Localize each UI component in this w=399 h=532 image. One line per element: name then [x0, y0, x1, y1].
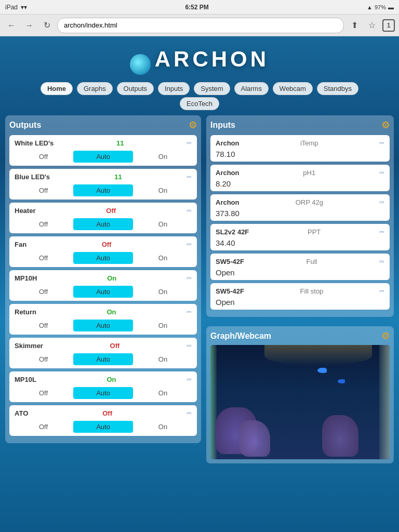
outputs-title: Outputs ⚙ — [9, 119, 197, 131]
ctrl-on[interactable]: On — [133, 184, 193, 196]
nav-area: Home Graphs Outputs Inputs System Alarms… — [5, 81, 394, 111]
status-left: iPad ▾▾ — [5, 4, 27, 11]
output-fan: Fan Off ⎓ Off Auto On — [9, 236, 197, 267]
ctrl-auto[interactable]: Auto — [73, 286, 133, 298]
output-settings-icon[interactable]: ⎓ — [187, 307, 192, 316]
ctrl-on[interactable]: On — [133, 320, 193, 331]
input-settings-icon[interactable]: ⎓ — [379, 197, 384, 207]
input-sw5-fillstop: SW5-42F Fill stop ⎓ Open — [210, 283, 390, 310]
input-settings-icon[interactable]: ⎓ — [379, 168, 384, 177]
ctrl-off[interactable]: Off — [14, 286, 73, 298]
output-return: Return On ⎓ Off Auto On — [9, 304, 197, 335]
ctrl-auto[interactable]: Auto — [73, 218, 133, 230]
nav-outputs[interactable]: Outputs — [117, 82, 154, 95]
graph-webcam-panel: Graph/Webcam ⚙ — [206, 326, 394, 463]
bookmark-button[interactable]: ☆ — [365, 18, 379, 33]
webcam-image — [210, 345, 390, 459]
outputs-panel: Outputs ⚙ White LED's 11 ⎓ Off Auto On B — [5, 115, 201, 443]
ctrl-auto[interactable]: Auto — [73, 387, 133, 399]
forward-button[interactable]: → — [22, 18, 36, 33]
ctrl-auto[interactable]: Auto — [73, 320, 133, 331]
ctrl-off[interactable]: Off — [14, 218, 73, 230]
url-input[interactable] — [57, 18, 344, 33]
light-glow — [264, 345, 372, 366]
tab-count[interactable]: 1 — [382, 19, 395, 32]
input-archon-itemp: Archon iTemp ⎓ 78.10 — [210, 135, 390, 162]
ctrl-on[interactable]: On — [133, 421, 193, 433]
ctrl-off[interactable]: Off — [14, 320, 73, 331]
output-settings-icon[interactable]: ⎓ — [187, 375, 192, 384]
input-settings-icon[interactable]: ⎓ — [379, 138, 384, 148]
ctrl-off[interactable]: Off — [14, 252, 73, 264]
nav-inputs[interactable]: Inputs — [158, 82, 190, 95]
output-settings-icon[interactable]: ⎓ — [187, 240, 192, 249]
signal-icon: ▲ — [367, 4, 373, 10]
nav-ecotech[interactable]: EcoTech — [180, 97, 219, 110]
ctrl-auto[interactable]: Auto — [73, 421, 133, 433]
nav-home[interactable]: Home — [41, 82, 73, 95]
outputs-gear-icon[interactable]: ⚙ — [189, 119, 197, 131]
logo-area: ARCHON — [5, 47, 394, 75]
input-settings-icon[interactable]: ⎓ — [379, 286, 384, 296]
ctrl-off[interactable]: Off — [14, 151, 73, 163]
input-archon-ph1: Archon pH1 ⎓ 8.20 — [210, 165, 390, 191]
ctrl-on[interactable]: On — [133, 353, 193, 365]
ctrl-off[interactable]: Off — [14, 353, 73, 365]
ctrl-auto[interactable]: Auto — [73, 353, 133, 365]
inputs-gear-icon[interactable]: ⚙ — [381, 119, 390, 131]
output-settings-icon[interactable]: ⎓ — [187, 138, 192, 148]
output-settings-icon[interactable]: ⎓ — [187, 172, 192, 181]
input-settings-icon[interactable]: ⎓ — [379, 257, 384, 266]
graph-webcam-title: Graph/Webcam ⚙ — [210, 330, 390, 342]
address-bar: ← → ↻ ⬆ ☆ 1 — [0, 15, 399, 36]
fish-icon-2 — [338, 379, 345, 383]
ctrl-auto[interactable]: Auto — [73, 252, 133, 264]
ctrl-on[interactable]: On — [133, 151, 193, 163]
battery-label: 97% — [375, 4, 386, 10]
output-mp10h: MP10H On ⎓ Off Auto On — [9, 270, 197, 301]
input-sw5-full: SW5-42F Full ⎓ Open — [210, 254, 390, 280]
input-settings-icon[interactable]: ⎓ — [379, 227, 384, 236]
ctrl-off[interactable]: Off — [14, 387, 73, 399]
ctrl-auto[interactable]: Auto — [73, 151, 133, 163]
reload-button[interactable]: ↻ — [39, 18, 54, 33]
ctrl-auto[interactable]: Auto — [73, 184, 133, 196]
nav-alarms[interactable]: Alarms — [234, 82, 269, 95]
output-blue-leds: Blue LED's 11 ⎓ Off Auto On — [9, 169, 197, 200]
fish-icon — [317, 368, 327, 373]
output-settings-icon[interactable]: ⎓ — [187, 408, 192, 418]
battery-icon: ▬ — [388, 4, 394, 10]
wifi-icon: ▾▾ — [21, 4, 27, 11]
inputs-panel: Inputs ⚙ Archon iTemp ⎓ 78.10 Archon pH1 — [206, 115, 394, 317]
status-right: ▲ 97% ▬ — [367, 4, 394, 10]
output-settings-icon[interactable]: ⎓ — [187, 273, 192, 283]
nav-webcam[interactable]: Webcam — [273, 82, 313, 95]
nav-system[interactable]: System — [194, 82, 230, 95]
graph-gear-icon[interactable]: ⚙ — [381, 330, 390, 342]
ctrl-off[interactable]: Off — [14, 421, 73, 433]
ctrl-on[interactable]: On — [133, 286, 193, 298]
output-settings-icon[interactable]: ⎓ — [187, 341, 192, 350]
back-button[interactable]: ← — [4, 18, 19, 33]
page-content: ARCHON Home Graphs Outputs Inputs System… — [0, 36, 399, 474]
status-bar: iPad ▾▾ 6:52 PM ▲ 97% ▬ — [0, 0, 399, 15]
output-settings-icon[interactable]: ⎓ — [187, 206, 192, 215]
main-grid: Outputs ⚙ White LED's 11 ⎓ Off Auto On B — [5, 115, 394, 463]
ctrl-on[interactable]: On — [133, 252, 193, 264]
output-mp10l: MP10L On ⎓ Off Auto On — [9, 371, 197, 402]
aquarium-bg — [210, 345, 390, 459]
nav-graphs[interactable]: Graphs — [77, 82, 113, 95]
inputs-title: Inputs ⚙ — [210, 119, 390, 131]
status-time: 6:52 PM — [185, 4, 208, 11]
rock-decoration-2 — [239, 420, 270, 457]
output-heater: Heater Off ⎓ Off Auto On — [9, 203, 197, 233]
input-archon-orp: Archon ORP 42g ⎓ 373.80 — [210, 194, 390, 221]
nav-standbys[interactable]: Standbys — [317, 82, 358, 95]
share-button[interactable]: ⬆ — [347, 18, 362, 33]
output-skimmer: Skimmer Off ⎓ Off Auto On — [9, 338, 197, 368]
logo-text: ARCHON — [155, 47, 269, 71]
output-ato: ATO Off ⎓ Off Auto On — [9, 405, 197, 436]
ctrl-off[interactable]: Off — [14, 184, 73, 196]
ctrl-on[interactable]: On — [133, 218, 193, 230]
ctrl-on[interactable]: On — [133, 387, 193, 399]
